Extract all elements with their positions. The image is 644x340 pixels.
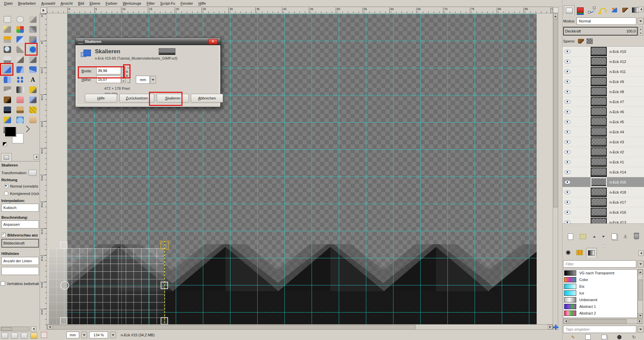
menu-item[interactable]: Datei bbox=[1, 1, 15, 6]
gradient-vertical-scrollbar[interactable] bbox=[638, 269, 643, 318]
gradient-row[interactable]: Abstract 2 bbox=[564, 310, 637, 317]
scroll-left-button[interactable] bbox=[564, 319, 568, 324]
dialog-close-button[interactable]: × bbox=[208, 39, 218, 45]
scroll-right-button[interactable] bbox=[637, 319, 642, 324]
dialog-titlebar[interactable]: Skalieren × bbox=[75, 38, 220, 45]
layer-row[interactable]: n-Eck #13 bbox=[562, 217, 644, 224]
layer-thumbnail[interactable] bbox=[591, 77, 607, 86]
scroll-right-button[interactable] bbox=[548, 325, 552, 329]
refresh-gradients-icon[interactable]: ↻ bbox=[632, 335, 636, 339]
transformation-layer-button[interactable] bbox=[29, 170, 37, 176]
new-gradient-icon[interactable] bbox=[585, 334, 591, 340]
visibility-eye-icon[interactable] bbox=[565, 170, 571, 174]
anchor-layer-icon[interactable]: ⚓ bbox=[623, 234, 628, 239]
layer-thumbnail[interactable] bbox=[591, 67, 607, 76]
layer-thumbnail[interactable] bbox=[591, 87, 607, 96]
canvas-horizontal-scrollbar[interactable] bbox=[47, 324, 553, 330]
verhaeltnis-checkbox-row[interactable]: Verhältnis beibehalt bbox=[1, 281, 39, 286]
layer-thumbnail[interactable] bbox=[591, 147, 607, 157]
lock-pixels-icon[interactable] bbox=[578, 39, 584, 44]
tool-foreground-select[interactable] bbox=[2, 35, 13, 44]
layer-row[interactable]: n-Eck #10 bbox=[562, 47, 644, 57]
tool-bucket-fill[interactable] bbox=[2, 85, 13, 94]
bilddeckkraft-slider[interactable]: Bilddeckkraft bbox=[1, 239, 39, 248]
tool-fuzzy-select[interactable] bbox=[2, 25, 13, 34]
tags-dropdown-button[interactable] bbox=[638, 326, 644, 333]
new-layer-icon[interactable] bbox=[568, 233, 573, 240]
deckkraft-spinner[interactable] bbox=[638, 27, 643, 36]
visibility-eye-icon[interactable] bbox=[565, 50, 571, 54]
preview-checkbox[interactable] bbox=[1, 233, 6, 237]
tool-pencil[interactable] bbox=[28, 85, 38, 94]
gradient-list[interactable]: VG nach Transparent Color Eis Ice Unbena… bbox=[563, 269, 638, 318]
tool-crop[interactable] bbox=[28, 55, 38, 64]
tags-input[interactable] bbox=[563, 326, 636, 333]
menu-item[interactable]: Filter bbox=[144, 1, 157, 6]
tab-gradients[interactable] bbox=[586, 248, 597, 258]
menu-item[interactable]: Script-Fu bbox=[158, 1, 178, 6]
tool-options-scrollbar[interactable] bbox=[1, 327, 30, 331]
menu-item[interactable]: Ebene bbox=[87, 1, 103, 6]
unit-dropdown-button[interactable] bbox=[81, 332, 87, 338]
tool-cage-transform[interactable] bbox=[15, 75, 25, 84]
layer-thumbnail[interactable] bbox=[591, 198, 607, 207]
transform-pivot-circle[interactable] bbox=[60, 281, 69, 290]
menu-item[interactable]: Fenster bbox=[178, 1, 196, 6]
menu-item[interactable]: Farben bbox=[103, 1, 120, 6]
layer-thumbnail[interactable] bbox=[591, 167, 607, 177]
menu-item[interactable]: Hilfe bbox=[196, 1, 209, 6]
interpolation-select[interactable]: Kubisch bbox=[1, 204, 39, 212]
preview-checkbox-row[interactable]: Bildvorschau anz bbox=[1, 233, 39, 237]
tool-shear[interactable] bbox=[15, 65, 25, 74]
tool-flip[interactable] bbox=[2, 75, 13, 84]
modus-dropdown-button[interactable] bbox=[638, 18, 644, 24]
restore-options-icon[interactable] bbox=[11, 333, 18, 339]
gradient-row[interactable]: VG nach Transparent bbox=[564, 270, 637, 276]
edit-gradient-icon[interactable]: ✎ bbox=[571, 335, 575, 339]
tool-heal[interactable] bbox=[28, 105, 38, 115]
layer-row[interactable]: n-Eck #4 bbox=[562, 127, 644, 137]
zoom-dropdown-button[interactable] bbox=[110, 332, 116, 338]
unit-dropdown-button[interactable] bbox=[150, 76, 156, 84]
layer-row[interactable]: n-Eck #6 bbox=[562, 107, 644, 117]
vertical-ruler[interactable]: 0510152025303540455055 bbox=[40, 13, 47, 331]
layer-thumbnail[interactable] bbox=[591, 218, 607, 224]
layer-row[interactable]: n-Eck #2 bbox=[562, 147, 644, 157]
save-options-icon[interactable] bbox=[1, 333, 8, 339]
layer-thumbnail[interactable] bbox=[591, 188, 607, 197]
duplicate-layer-icon[interactable] bbox=[611, 233, 617, 240]
duplicate-gradient-icon[interactable] bbox=[601, 335, 607, 339]
scroll-up-button[interactable] bbox=[553, 14, 558, 18]
tab-layers[interactable] bbox=[564, 5, 575, 15]
visibility-eye-icon[interactable] bbox=[565, 210, 571, 214]
zoom-follow-window-button[interactable] bbox=[553, 7, 558, 13]
filter-dropdown-button[interactable] bbox=[638, 261, 644, 267]
default-colors-icon[interactable] bbox=[3, 142, 7, 146]
scroll-left-button[interactable] bbox=[47, 325, 52, 329]
horizontal-ruler[interactable]: 051015202530354045505560657075808590 bbox=[47, 7, 553, 13]
tab-undo-history[interactable] bbox=[598, 5, 608, 15]
visibility-eye-icon[interactable] bbox=[565, 140, 571, 144]
layer-thumbnail[interactable] bbox=[591, 107, 607, 117]
visibility-eye-icon[interactable] bbox=[565, 130, 571, 134]
visibility-eye-icon[interactable] bbox=[565, 120, 571, 124]
zoom-select[interactable]: 134 % bbox=[89, 332, 108, 338]
foreground-color-swatch[interactable] bbox=[5, 127, 16, 137]
visibility-eye-icon[interactable] bbox=[565, 70, 571, 74]
lower-layer-icon[interactable] bbox=[602, 236, 605, 237]
layer-thumbnail[interactable] bbox=[591, 208, 607, 217]
hilfe-button[interactable]: Hilfe bbox=[85, 94, 117, 103]
tool-free-select[interactable] bbox=[28, 15, 38, 24]
visibility-eye-icon[interactable] bbox=[565, 100, 571, 104]
quickmask-toggle[interactable] bbox=[41, 332, 47, 338]
tool-scissors-select[interactable] bbox=[28, 25, 38, 34]
scrollbar-thumb[interactable] bbox=[569, 319, 627, 324]
tab-paths[interactable] bbox=[587, 5, 597, 15]
scroll-up-button[interactable] bbox=[638, 270, 643, 274]
menu-item[interactable]: Bild bbox=[75, 1, 87, 6]
pan-view-button[interactable] bbox=[553, 325, 558, 330]
tool-measure[interactable] bbox=[15, 45, 25, 54]
visibility-eye-icon[interactable] bbox=[565, 200, 571, 204]
visibility-eye-icon[interactable] bbox=[565, 150, 571, 154]
visibility-eye-icon[interactable] bbox=[565, 60, 571, 64]
